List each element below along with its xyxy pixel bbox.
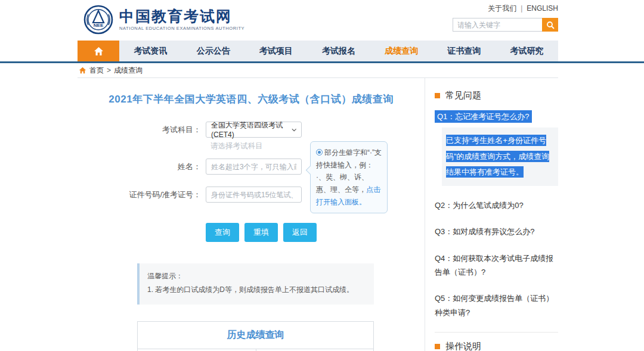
main-nav: 考试资讯 公示公告 考试项目 考试报名 成绩查询 证书查询 考试研究 xyxy=(78,41,558,61)
rare-character-tooltip: 部分生僻字和“·”支持快捷输入，例：·、奘、栁、诉、惠、理、仝等，点击打开输入面… xyxy=(310,141,388,213)
faq-q3[interactable]: Q3：如对成绩有异议怎么办? xyxy=(435,225,559,238)
nav-item-registration[interactable]: 考试报名 xyxy=(307,41,370,61)
faq-q5[interactable]: Q5：如何变更成绩报告单（证书）种类申请? xyxy=(435,291,559,319)
query-panel: 2021年下半年全国大学英语四、六级考试（含口试）成绩查询 考试科目： 全国大学… xyxy=(78,78,425,351)
id-number-input[interactable] xyxy=(206,187,302,203)
subject-select-value: 全国大学英语四级考试(CET4) xyxy=(211,120,292,139)
breadcrumb: 首页 > 成绩查询 xyxy=(78,63,558,78)
nav-item-exam-programs[interactable]: 考试项目 xyxy=(244,41,307,61)
site-logo: NEE 中国教育考试网 NATIONAL EDUCATION EXAMINATI… xyxy=(83,5,244,35)
instructions-title-text: 操作说明 xyxy=(445,341,481,351)
sidebar: 常见问题 Q1：忘记准考证号怎么办? 已支持“考生姓名+身份证件号码”的成绩查询… xyxy=(425,78,558,351)
english-link[interactable]: ENGLISH xyxy=(527,4,558,13)
breadcrumb-home-link[interactable]: 首页 xyxy=(89,66,104,76)
faq-a1-text: 已支持“考生姓名+身份证件号码”的成绩查询方式，成绩查询结果中将有准考证号。 xyxy=(446,135,549,178)
page-header: NEE 中国教育考试网 NATIONAL EDUCATION EXAMINATI… xyxy=(78,0,558,41)
notice-box: 温馨提示： 1. 若考生的口试成绩为D等，则成绩报告单上不报道其口试成绩。 xyxy=(137,263,374,305)
faq-a1: 已支持“考生姓名+身份证件号码”的成绩查询方式，成绩查询结果中将有准考证号。 xyxy=(442,128,558,186)
svg-text:NEE: NEE xyxy=(94,23,104,28)
back-button[interactable]: 返回 xyxy=(283,223,317,242)
id-label: 证件号码/准考证号： xyxy=(78,190,206,200)
about-us-link[interactable]: 关于我们 xyxy=(488,4,516,13)
name-input[interactable] xyxy=(206,159,302,175)
site-subtitle: NATIONAL EDUCATION EXAMINATIONS AUTHORIT… xyxy=(119,26,244,31)
subject-select[interactable]: 全国大学英语四级考试(CET4) xyxy=(206,122,302,138)
page-title: 2021年下半年全国大学英语四、六级考试（含口试）成绩查询 xyxy=(78,92,425,106)
divider xyxy=(435,332,558,333)
instructions-section-title: 操作说明 xyxy=(435,341,558,351)
breadcrumb-current: 成绩查询 xyxy=(114,66,143,76)
site-title: 中国教育考试网 xyxy=(119,8,244,25)
self-query-column: 本人查询 注册中国教育考试网账号，查询2005年6月及以后考试成绩，下载2021… xyxy=(138,349,256,351)
faq-q1[interactable]: Q1：忘记准考证号怎么办? xyxy=(435,110,532,123)
orange-square-icon xyxy=(435,93,440,98)
faq-q2[interactable]: Q2：为什么笔试成绩为0? xyxy=(435,198,559,212)
notice-title: 温馨提示： xyxy=(147,269,366,283)
history-query-panel: 历史成绩查询 本人查询 注册中国教育考试网账号，查询2005年6月及以后考试成绩… xyxy=(137,321,374,351)
main-nav-wrapper: 考试资讯 公示公告 考试项目 考试报名 成绩查询 证书查询 考试研究 xyxy=(0,41,644,63)
search-bar xyxy=(453,18,558,32)
radio-selected-icon xyxy=(316,149,323,156)
chevron-down-icon xyxy=(292,128,296,132)
top-links: 关于我们|ENGLISH xyxy=(488,4,558,14)
nav-item-exam-research[interactable]: 考试研究 xyxy=(496,41,558,61)
orange-square-icon xyxy=(435,344,440,349)
nav-item-score-query[interactable]: 成绩查询 xyxy=(370,41,433,61)
nav-item-exam-news[interactable]: 考试资讯 xyxy=(119,41,182,61)
notice-item: 1. 若考生的口试成绩为D等，则成绩报告单上不报道其口试成绩。 xyxy=(147,283,366,297)
history-title: 历史成绩查询 xyxy=(138,322,373,349)
other-query-column: 其他查询 输入成绩报告单（证书）编号和姓名等信息，查询2005年6月及以后考试成… xyxy=(256,349,374,351)
reset-button[interactable]: 重填 xyxy=(244,223,278,242)
breadcrumb-separator: > xyxy=(107,66,111,74)
faq-q4[interactable]: Q4：如何获取本次考试电子成绩报告单（证书）? xyxy=(435,251,559,279)
faq-title-text: 常见问题 xyxy=(445,90,481,101)
breadcrumb-home-icon xyxy=(79,67,86,74)
search-input[interactable] xyxy=(453,18,542,32)
score-query-form: 考试科目： 全国大学英语四级考试(CET4) 请选择考试科目 姓名： 部分生僻字… xyxy=(78,122,425,242)
nav-item-certificate-query[interactable]: 证书查询 xyxy=(433,41,496,61)
search-button[interactable] xyxy=(542,18,558,32)
search-icon xyxy=(546,21,555,29)
home-icon xyxy=(94,46,104,56)
subject-label: 考试科目： xyxy=(78,125,206,135)
query-button[interactable]: 查询 xyxy=(206,223,239,242)
faq-section-title: 常见问题 xyxy=(435,90,558,101)
nav-home-button[interactable] xyxy=(78,41,119,61)
name-label: 姓名： xyxy=(78,161,206,172)
nav-item-announcements[interactable]: 公示公告 xyxy=(182,41,244,61)
neea-emblem-icon: NEE xyxy=(83,5,113,35)
top-links-separator: | xyxy=(521,4,522,13)
